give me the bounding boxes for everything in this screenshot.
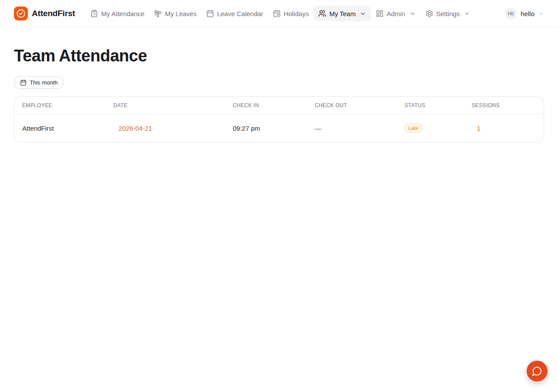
nav-item-settings[interactable]: Settings <box>421 6 475 21</box>
palm-tree-icon <box>154 10 162 17</box>
brand-logo <box>14 7 28 20</box>
month-filter-label: This month <box>30 79 58 86</box>
column-header-sessions: SESSIONS <box>464 97 544 114</box>
chat-fab-button[interactable] <box>527 361 548 382</box>
column-header-date: DATE <box>105 97 225 114</box>
main-content: Team Attendance This month EMPLOYEE DATE… <box>0 47 558 142</box>
calendar-icon <box>206 10 214 17</box>
clipboard-list-icon <box>90 10 98 17</box>
nav-label: My Leaves <box>165 10 197 17</box>
cell-sessions-link[interactable]: 1 <box>477 125 480 132</box>
calendar-icon <box>20 79 27 86</box>
user-name: hello <box>521 10 534 17</box>
month-filter-button[interactable]: This month <box>14 76 64 89</box>
status-badge: Late <box>405 123 422 133</box>
cell-date-link[interactable]: 2026-04-21 <box>119 125 152 132</box>
layout-grid-icon <box>376 10 384 17</box>
column-header-employee: EMPLOYEE <box>14 97 105 114</box>
table-header-row: EMPLOYEE DATE CHECK IN CHECK OUT STATUS … <box>14 97 544 114</box>
gear-icon <box>425 10 433 17</box>
brand-name: AttendFirst <box>32 9 75 18</box>
avatar: HE <box>505 8 517 19</box>
nav-item-my-attendance[interactable]: My Attendance <box>85 6 149 21</box>
nav-label: My Attendance <box>101 10 144 17</box>
nav-label: My Team <box>329 10 356 17</box>
chevron-down-icon <box>360 10 366 17</box>
nav-item-holidays[interactable]: Holidays <box>268 6 314 21</box>
nav-label: Leave Calendar <box>217 10 263 17</box>
top-navigation-bar: AttendFirst My Attendance My Leaves Leav… <box>0 0 558 27</box>
table-row: AttendFirst 2026-04-21 09:27 pm — Late 1 <box>14 114 544 142</box>
calendar-heart-icon <box>273 10 281 17</box>
brand-name-bold: First <box>58 9 75 18</box>
cell-check-in: 09:27 pm <box>225 114 307 142</box>
chevron-down-icon <box>538 11 544 17</box>
nav-item-my-leaves[interactable]: My Leaves <box>149 6 201 21</box>
chevron-down-icon <box>464 10 470 17</box>
nav-item-leave-calendar[interactable]: Leave Calendar <box>201 6 268 21</box>
nav-label: Admin <box>387 10 405 17</box>
attendance-table-card: EMPLOYEE DATE CHECK IN CHECK OUT STATUS … <box>14 96 544 142</box>
circle-check-icon <box>16 9 26 18</box>
attendance-table: EMPLOYEE DATE CHECK IN CHECK OUT STATUS … <box>14 97 544 142</box>
brand[interactable]: AttendFirst <box>14 7 75 20</box>
cell-check-out: — <box>307 114 397 142</box>
chevron-down-icon <box>409 10 416 17</box>
nav-label: Settings <box>436 10 460 17</box>
nav-item-admin[interactable]: Admin <box>371 6 421 21</box>
cell-employee: AttendFirst <box>14 114 105 142</box>
users-icon <box>318 10 326 17</box>
nav-item-my-team[interactable]: My Team <box>313 6 371 21</box>
user-menu[interactable]: HE hello <box>505 8 544 19</box>
column-header-status: STATUS <box>397 97 464 114</box>
page-title: Team Attendance <box>14 47 544 65</box>
column-header-check-in: CHECK IN <box>225 97 307 114</box>
nav-label: Holidays <box>284 10 309 17</box>
main-nav: My Attendance My Leaves Leave Calendar H… <box>85 6 475 21</box>
column-header-check-out: CHECK OUT <box>307 97 397 114</box>
message-circle-icon <box>532 366 542 376</box>
brand-name-regular: Attend <box>32 9 58 18</box>
